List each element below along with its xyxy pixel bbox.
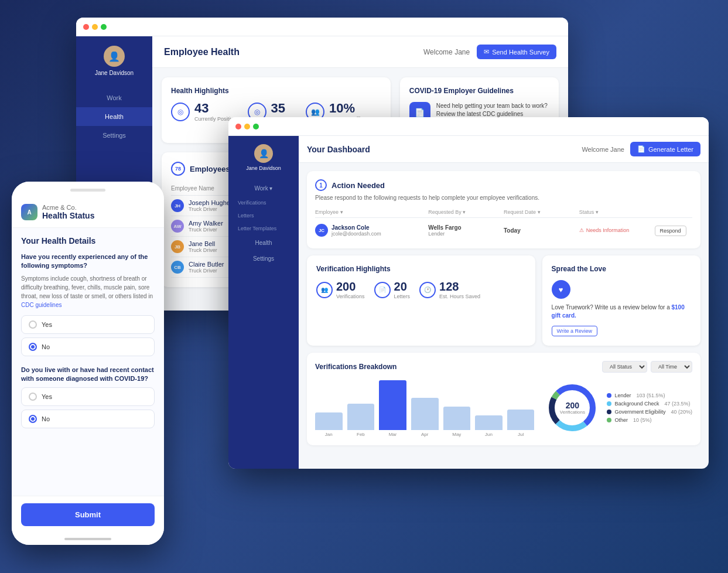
mobile-phone: A Acme & Co. Health Status Your Health D…: [12, 182, 164, 545]
question-1-desc: Symptoms include cough, shortness of bre…: [21, 274, 155, 309]
q1-yes-radio[interactable]: [29, 320, 37, 329]
chart-legend: Lender 103 (51.5%) Background Check 47 (…: [607, 393, 692, 423]
action-requested-by: Wells Fargo Lender: [428, 224, 504, 237]
sidebar-item-settings[interactable]: Settings: [76, 126, 152, 145]
cdc-guidelines-link[interactable]: CDC guidelines: [21, 302, 61, 308]
covid-title: COVID-19 Employer Guidelines: [409, 87, 549, 95]
phone-header: A Acme & Co. Health Status: [12, 198, 164, 228]
hours-count: 128: [439, 280, 480, 294]
warning-icon: ⚠: [579, 227, 584, 233]
legend-gov-count: 40 (20%): [671, 409, 692, 415]
q2-yes-radio[interactable]: [29, 393, 37, 401]
q1-yes-label: Yes: [42, 321, 52, 328]
dash-close-button[interactable]: [235, 124, 241, 129]
generate-letter-button[interactable]: 📄 Generate Letter: [630, 142, 700, 156]
action-count-badge: 1: [315, 179, 327, 191]
people-icon: 👥: [316, 282, 333, 298]
bar-apr: Apr: [411, 398, 439, 437]
dash-nav-health[interactable]: Health: [228, 235, 299, 251]
bar-may: May: [443, 407, 471, 437]
employee-email: jcole@doordash.com: [331, 231, 381, 237]
breakdown-title: Verifications Breakdown: [315, 363, 397, 371]
status-badge: ⚠ Needs Information: [579, 227, 655, 233]
dash-nav-verifications[interactable]: Verifications: [228, 196, 299, 209]
dashboard-sidebar: 👤 Jane Davidson Work ▾ Verifications Let…: [228, 136, 299, 469]
bg-check-dot: [607, 401, 611, 406]
company-logo: A: [21, 204, 37, 220]
phone-notch: [12, 182, 164, 198]
breakdown-content: Jan Feb Mar: [315, 378, 692, 437]
stat-verifications: 👥 200 Verifications: [316, 280, 365, 299]
employee-role: Truck Driver: [189, 227, 223, 233]
donut-center: 200 Verifications: [560, 401, 585, 415]
positive-icon: ◎: [171, 103, 190, 121]
q1-no-radio[interactable]: [29, 343, 37, 351]
q2-yes-option[interactable]: Yes: [21, 387, 155, 406]
q1-no-option[interactable]: No: [21, 337, 155, 356]
dashboard-avatar: 👤: [254, 144, 273, 163]
q2-no-option[interactable]: No: [21, 410, 155, 428]
phone-home-indicator: [12, 533, 164, 545]
header-right: Welcome Jane ✉ Send Health Survey: [423, 45, 556, 59]
page-title: Employee Health: [164, 47, 240, 57]
time-filter[interactable]: All Time: [651, 361, 692, 373]
dash-nav-letter-templates[interactable]: Letter Templates: [228, 222, 299, 235]
legend-lender-count: 103 (51.5%): [636, 393, 665, 398]
sidebar-nav: Work Health Settings: [76, 88, 152, 145]
window-traffic-lights: [83, 24, 107, 30]
send-icon: ✉: [484, 48, 489, 56]
action-header: 1 Action Needed: [315, 179, 692, 191]
employee-role: Truck Driver: [189, 206, 233, 212]
dash-maximize-button[interactable]: [253, 124, 259, 129]
respond-button[interactable]: Respond: [655, 226, 686, 236]
avatar: JH: [171, 199, 184, 212]
bar-feb: Feb: [347, 404, 375, 437]
legend-bg-check: Background Check 47 (23.5%): [607, 401, 692, 407]
dashboard-body: 👤 Jane Davidson Work ▾ Verifications Let…: [228, 136, 709, 469]
spread-title: Spread the Love: [552, 265, 691, 273]
q1-no-label: No: [42, 343, 50, 350]
legend-lender: Lender 103 (51.5%): [607, 393, 692, 398]
sidebar-item-work[interactable]: Work: [76, 88, 152, 107]
dash-nav-letters[interactable]: Letters: [228, 209, 299, 222]
write-review-button[interactable]: Write a Review: [552, 326, 597, 336]
q1-yes-option[interactable]: Yes: [21, 315, 155, 334]
dash-minimize-button[interactable]: [244, 124, 250, 129]
return-office-count: 10%: [329, 102, 366, 115]
minimize-button[interactable]: [92, 24, 98, 30]
dashboard-header-right: Welcome Jane 📄 Generate Letter: [582, 142, 700, 156]
maximize-button[interactable]: [101, 24, 107, 30]
heart-icon: ♥: [552, 280, 570, 299]
dash-traffic-lights: [235, 124, 259, 129]
bar-jun: Jun: [475, 415, 503, 437]
close-button[interactable]: [83, 24, 89, 30]
welcome-text: Welcome Jane: [423, 48, 470, 56]
dash-nav-settings[interactable]: Settings: [228, 251, 299, 267]
clock-icon: 🕐: [419, 282, 436, 298]
status-filter[interactable]: All Status: [602, 361, 647, 373]
send-survey-button[interactable]: ✉ Send Health Survey: [477, 45, 556, 59]
dash-nav-work[interactable]: Work ▾: [228, 180, 299, 196]
no-status-count: 35: [271, 102, 295, 115]
dashboard-main-wrapper: Your Dashboard Welcome Jane 📄 Generate L…: [299, 136, 709, 469]
legend-gov-label: Government Eligibility: [614, 409, 665, 415]
q2-no-radio[interactable]: [29, 415, 37, 423]
q2-no-label: No: [42, 415, 50, 422]
action-table-headers: Employee ▾ Requested By ▾ Request Date ▾…: [315, 207, 692, 218]
action-request-date: Today: [504, 227, 579, 234]
hours-label: Est. Hours Saved: [439, 294, 480, 299]
sidebar-avatar: 👤: [104, 46, 125, 67]
action-title: Action Needed: [331, 181, 385, 190]
th-request-date: Request Date ▾: [504, 209, 579, 215]
question-1-block: Have you recently experienced any of the…: [21, 253, 155, 356]
action-needed-card: 1 Action Needed Please respond to the fo…: [307, 171, 700, 248]
verif-label: Verifications: [336, 294, 365, 299]
letters-icon: 📄: [374, 282, 391, 298]
letters-count: 20: [394, 280, 411, 294]
question-1-title: Have you recently experienced any of the…: [21, 253, 155, 271]
home-indicator-bar: [64, 538, 111, 540]
donut-section: 200 Verifications Lender 103 (51.5%): [546, 378, 692, 437]
submit-button[interactable]: Submit: [21, 503, 155, 526]
donut-total: 200: [560, 401, 585, 410]
sidebar-item-health[interactable]: Health: [76, 107, 152, 126]
